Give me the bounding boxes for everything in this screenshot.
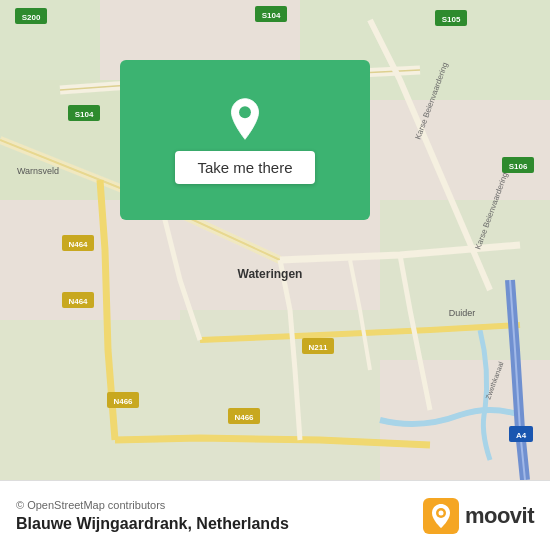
- bottom-left-content: © OpenStreetMap contributors Blauwe Wijn…: [16, 499, 289, 533]
- location-name: Blauwe Wijngaardrank, Netherlands: [16, 515, 289, 533]
- svg-text:N464: N464: [68, 240, 88, 249]
- svg-point-35: [239, 106, 251, 118]
- location-overlay: Take me there: [120, 60, 370, 220]
- svg-rect-5: [0, 320, 180, 480]
- moovit-text: moovit: [465, 503, 534, 529]
- copyright-text: © OpenStreetMap contributors: [16, 499, 289, 511]
- svg-text:S106: S106: [509, 162, 528, 171]
- svg-point-38: [438, 510, 443, 515]
- svg-text:N466: N466: [113, 397, 133, 406]
- moovit-icon: [423, 498, 459, 534]
- map-container: S200 S104 S105 S104 S106 N464 N464 N466 …: [0, 0, 550, 480]
- svg-text:N464: N464: [68, 297, 88, 306]
- svg-text:Wateringen: Wateringen: [238, 267, 303, 281]
- bottom-bar: © OpenStreetMap contributors Blauwe Wijn…: [0, 480, 550, 550]
- svg-text:N466: N466: [234, 413, 254, 422]
- svg-text:S105: S105: [442, 15, 461, 24]
- svg-text:N211: N211: [308, 343, 328, 352]
- svg-text:S104: S104: [262, 11, 281, 20]
- svg-text:S200: S200: [22, 13, 41, 22]
- svg-text:A4: A4: [516, 431, 527, 440]
- location-pin-icon: [223, 97, 267, 141]
- svg-text:Duider: Duider: [449, 308, 476, 318]
- moovit-logo[interactable]: moovit: [423, 498, 534, 534]
- take-me-there-button[interactable]: Take me there: [175, 151, 314, 184]
- svg-text:S104: S104: [75, 110, 94, 119]
- svg-text:Warnsveld: Warnsveld: [17, 166, 59, 176]
